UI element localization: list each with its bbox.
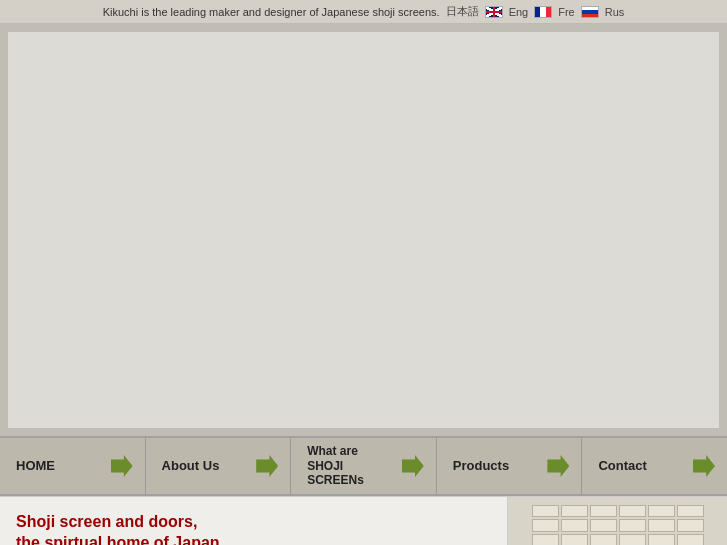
shoji-cell (648, 505, 675, 518)
shoji-cell (590, 505, 617, 518)
nav-about-label: About Us (162, 458, 220, 474)
shoji-cell (532, 505, 559, 518)
hero-image-placeholder (8, 32, 719, 428)
nav-contact[interactable]: Contact (582, 438, 727, 494)
fr-lang-label[interactable]: Fre (558, 6, 575, 18)
nav-shoji-arrow (402, 455, 424, 477)
ru-lang-label[interactable]: Rus (605, 6, 625, 18)
shoji-thumbnail (507, 497, 727, 545)
shoji-cell (561, 519, 588, 532)
shoji-cell (677, 505, 704, 518)
nav-home[interactable]: HOME (0, 438, 146, 494)
nav-shoji-label: What areSHOJI SCREENs (307, 444, 394, 487)
shoji-grid-visual (528, 501, 708, 546)
bottom-section: Shoji screen and doors, the spirtual hom… (0, 496, 727, 545)
site-description: Kikuchi is the leading maker and designe… (103, 6, 440, 18)
shoji-cell (590, 519, 617, 532)
bottom-title-line1: Shoji screen and doors, (16, 512, 491, 533)
nav-contact-label: Contact (598, 458, 646, 474)
shoji-cell (619, 505, 646, 518)
nav-contact-arrow (693, 455, 715, 477)
en-lang-label[interactable]: Eng (509, 6, 529, 18)
shoji-cell (561, 505, 588, 518)
shoji-cell (619, 534, 646, 545)
shoji-cell (648, 519, 675, 532)
nav-about-arrow (256, 455, 278, 477)
shoji-cell (590, 534, 617, 545)
nav-shoji[interactable]: What areSHOJI SCREENs (291, 438, 437, 494)
flag-uk[interactable] (485, 6, 503, 18)
flag-ru[interactable] (581, 6, 599, 18)
bottom-title-line2: the spirtual home of Japan (16, 533, 491, 545)
shoji-cell (677, 534, 704, 545)
navigation-bar: HOME About Us What areSHOJI SCREENs Prod… (0, 436, 727, 496)
bottom-text-area: Shoji screen and doors, the spirtual hom… (0, 497, 507, 545)
nav-home-arrow (111, 455, 133, 477)
shoji-cell (648, 534, 675, 545)
nav-about[interactable]: About Us (146, 438, 292, 494)
flag-fr[interactable] (534, 6, 552, 18)
main-hero-area (0, 24, 727, 436)
shoji-cell (677, 519, 704, 532)
nav-products-label: Products (453, 458, 509, 474)
shoji-cell (561, 534, 588, 545)
shoji-cell (532, 519, 559, 532)
nav-products[interactable]: Products (437, 438, 583, 494)
nav-products-arrow (547, 455, 569, 477)
nav-home-label: HOME (16, 458, 55, 474)
top-bar: Kikuchi is the leading maker and designe… (0, 0, 727, 24)
shoji-cell (619, 519, 646, 532)
shoji-cell (532, 534, 559, 545)
jp-lang-label[interactable]: 日本語 (446, 4, 479, 19)
